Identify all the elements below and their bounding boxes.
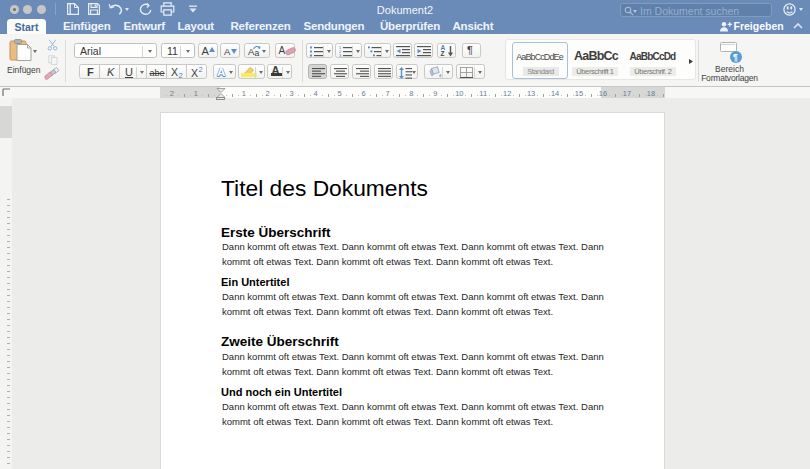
svg-text:3: 3	[339, 53, 342, 57]
